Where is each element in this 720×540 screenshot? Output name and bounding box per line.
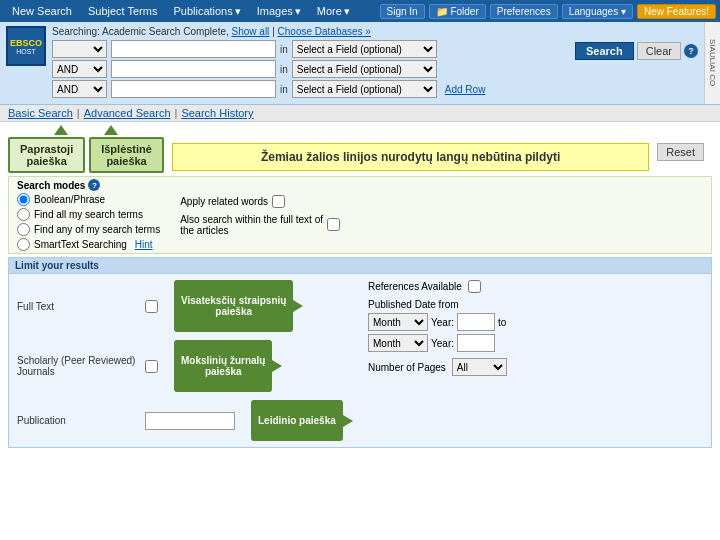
search-row-2: AND AND OR NOT in Select a Field (option… [52, 60, 569, 78]
search-input-2[interactable] [111, 60, 276, 78]
tooltip-arrow-right-3 [343, 415, 353, 427]
reset-button[interactable]: Reset [657, 143, 704, 161]
limit-content: Full Text Visateksčių straipsnių paieška… [9, 274, 711, 447]
limit-left: Full Text Visateksčių straipsnių paieška… [17, 280, 352, 441]
search-fields: Searching: Academic Search Complete, Sho… [52, 26, 569, 100]
full-text-row: Full Text Visateksčių straipsnių paieška [17, 280, 352, 332]
field-select-2[interactable]: Select a Field (optional) [292, 60, 437, 78]
connector-select-1[interactable] [52, 40, 107, 58]
publication-row: Publication Leidinio paieška [17, 400, 352, 441]
references-row: References Available [368, 280, 703, 293]
reset-container: Reset [657, 143, 712, 161]
scholarly-row: Scholarly (Peer Reviewed) Journals Moksl… [17, 340, 352, 392]
tab-buttons: Paprastoji paieška Išplėstinė paieška [8, 137, 164, 173]
radio-smarttext[interactable]: SmartText Searching Hint [17, 238, 160, 251]
publication-tooltip: Leidinio paieška [251, 400, 343, 441]
preferences-button[interactable]: Preferences [490, 4, 558, 19]
published-date-section: Published Date from Month Year: to Month… [368, 299, 703, 352]
references-label: References Available [368, 281, 462, 292]
references-checkbox[interactable] [468, 280, 481, 293]
choose-db-link[interactable]: Choose Databases » [278, 26, 371, 37]
basic-search-link[interactable]: Basic Search [8, 107, 73, 119]
new-features-button[interactable]: New Features! [637, 4, 716, 19]
sign-in-button[interactable]: Sign In [380, 4, 425, 19]
advanced-search-link[interactable]: Advanced Search [84, 107, 171, 119]
scholarly-tooltip: Mokslinių žurnalų paieška [174, 340, 272, 392]
search-modes-right: Apply related words Also search within t… [180, 179, 340, 251]
full-text-label: Full Text [17, 301, 137, 312]
limit-section: Limit your results Full Text Visateksčių… [8, 257, 712, 448]
radio-find-any[interactable]: Find any of my search terms [17, 223, 160, 236]
ebsco-logo: EBSCO HOST [6, 26, 46, 66]
limit-right: References Available Published Date from… [368, 280, 703, 441]
search-modes-left: Search modes ? Boolean/Phrase Find all m… [17, 179, 160, 251]
search-modes-section: Search modes ? Boolean/Phrase Find all m… [8, 176, 712, 254]
arrow-up-2 [104, 125, 118, 135]
pages-select[interactable]: All 1 2 3+ [452, 358, 507, 376]
tooltip-arrow-right-1 [293, 300, 303, 312]
help-icon[interactable]: ? [684, 44, 698, 58]
add-row-link[interactable]: Add Row [445, 84, 486, 95]
radio-boolean[interactable]: Boolean/Phrase [17, 193, 160, 206]
search-row-3: AND OR NOT in Select a Field (optional) … [52, 80, 569, 98]
tooltip-arrow-right-2 [272, 360, 282, 372]
publication-label: Publication [17, 415, 137, 426]
advanced-search-tab[interactable]: Išplėstinė paieška [89, 137, 164, 173]
search-input-3[interactable] [111, 80, 276, 98]
search-modes-help-icon[interactable]: ? [88, 179, 100, 191]
connector-select-3[interactable]: AND OR NOT [52, 80, 107, 98]
apply-related-checkbox[interactable]: Apply related words [180, 195, 340, 208]
search-type-column: Paprastoji paieška Išplėstinė paieška [8, 125, 164, 173]
top-nav-right: Sign In 📁 Folder Preferences Languages ▾… [380, 4, 717, 19]
search-modes-label: Search modes ? [17, 179, 160, 191]
arrows-row [54, 125, 118, 135]
full-text-checkbox[interactable] [145, 300, 158, 313]
nav-more[interactable]: More ▾ [309, 5, 358, 18]
year-to-input[interactable] [457, 334, 495, 352]
limit-section-header: Limit your results [9, 258, 711, 274]
tooltip-banner: Žemiau žalios linijos nurodytų langų neb… [172, 143, 649, 171]
tabs-tooltip-row: Paprastoji paieška Išplėstinė paieška Že… [0, 122, 720, 173]
show-all-link[interactable]: Show all [232, 26, 270, 37]
scholarly-checkbox[interactable] [145, 360, 158, 373]
full-text-tooltip: Visateksčių straipsnių paieška [174, 280, 293, 332]
date-to-row: Month Year: [368, 334, 703, 352]
nav-new-search[interactable]: New Search [4, 5, 80, 17]
siauliai-label: SIAULIAI CO [704, 22, 720, 104]
nav-publications[interactable]: Publications ▾ [165, 5, 248, 18]
search-input-1[interactable] [111, 40, 276, 58]
search-row-1: in Select a Field (optional) [52, 40, 569, 58]
nav-subject-terms[interactable]: Subject Terms [80, 5, 166, 17]
pages-label: Number of Pages [368, 362, 446, 373]
breadcrumb-bar: Basic Search | Advanced Search | Search … [0, 105, 720, 122]
date-from-row: Month Year: to [368, 313, 703, 331]
to-label: to [498, 317, 506, 328]
month-to-select[interactable]: Month [368, 334, 428, 352]
pages-row: Number of Pages All 1 2 3+ [368, 358, 703, 376]
month-from-select[interactable]: Month [368, 313, 428, 331]
connector-select-2[interactable]: AND AND OR NOT [52, 60, 107, 78]
hint-link[interactable]: Hint [135, 239, 153, 250]
top-nav: New Search Subject Terms Publications ▾ … [0, 0, 720, 22]
scholarly-label: Scholarly (Peer Reviewed) Journals [17, 355, 137, 377]
search-history-link[interactable]: Search History [181, 107, 253, 119]
search-buttons: Search Clear ? [575, 42, 698, 60]
search-button[interactable]: Search [575, 42, 634, 60]
nav-images[interactable]: Images ▾ [249, 5, 309, 18]
languages-button[interactable]: Languages ▾ [562, 4, 633, 19]
field-select-1[interactable]: Select a Field (optional) [292, 40, 437, 58]
field-select-3[interactable]: Select a Field (optional) [292, 80, 437, 98]
publication-input[interactable] [145, 412, 235, 430]
clear-button[interactable]: Clear [637, 42, 681, 60]
year-from-input[interactable] [457, 313, 495, 331]
radio-find-all[interactable]: Find all my search terms [17, 208, 160, 221]
arrow-up-1 [54, 125, 68, 135]
folder-button[interactable]: 📁 Folder [429, 4, 486, 19]
published-date-label: Published Date from [368, 299, 703, 310]
basic-search-tab[interactable]: Paprastoji paieška [8, 137, 85, 173]
search-db-row: Searching: Academic Search Complete, Sho… [52, 26, 569, 37]
full-text-articles-checkbox[interactable]: Also search within the full text of the … [180, 214, 340, 236]
